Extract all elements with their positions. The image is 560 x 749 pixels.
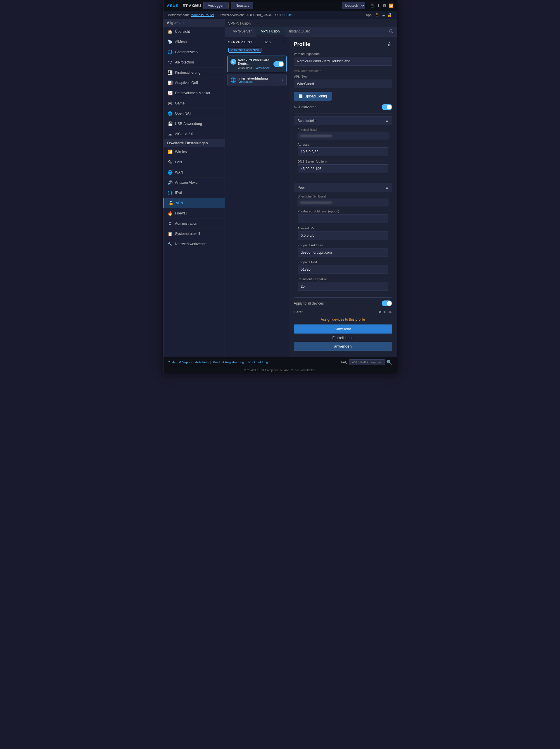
logout-button[interactable]: Ausloggen [203,2,229,9]
alexa-icon: 🔊 [167,180,173,185]
dns-input[interactable] [298,165,388,173]
connection-name-input[interactable] [294,57,392,66]
apply-button[interactable]: anwenden [294,342,392,351]
language-select[interactable]: Deutsch [342,2,365,9]
tab-vpn-fusion[interactable]: VPN Fusion [256,27,285,36]
vpn-type-input[interactable] [294,80,392,88]
profile-delete-button[interactable]: 🗑 [387,42,392,47]
assign-devices-link[interactable]: Assign devices to this profile [294,318,392,322]
public-key-label: Öffentlicher Schlüssel [298,195,388,198]
phone-status-icon: 📱 [375,13,380,17]
private-key-label: Privatschlüssel [298,128,388,131]
sidebar-item-datenvolumen[interactable]: 📈 Datenvolumen Monitor [163,88,225,98]
public-key-value: •••••••••••••••••••••••••••• [298,199,388,206]
all-button[interactable]: Sämtliche [294,324,392,334]
internet-icon: 🌐 [230,77,236,83]
endpoint-address-label: Endpoint Address [298,243,388,247]
sidebar-item-game[interactable]: 🎮 Game [163,98,225,109]
sidebar-item-ubersicht[interactable]: 🏠 Übersicht [163,27,225,37]
game-icon: 🎮 [167,101,173,106]
wifi-icon[interactable]: 📶 [389,3,393,8]
restart-button[interactable]: Neustart [231,2,253,9]
sidebar-item-opennat[interactable]: 🌐 Open NAT [163,109,225,119]
product-registration-link[interactable]: Produkt Registrierung [213,361,244,364]
sidebar-item-qos[interactable]: 📊 Adaptives Qo5 [163,78,225,88]
lan-icon: 🔌 [167,159,173,165]
server-list-panel: SERVER LIST 1/16 + ⊙ Default Connection … [225,37,289,357]
server-connection-status: Verbunden [255,66,269,70]
connection-name-label: Verbindungsname [294,52,392,56]
download-icon[interactable]: ⬇ [377,3,380,8]
internet-name: Internetverbindung [239,77,268,80]
vpn-icon: 🔒 [169,200,174,206]
guest-network-icon: 🌐 [167,49,173,55]
sidebar-item-lan[interactable]: 🔌 LAN [163,157,225,167]
sidebar-item-aicloud[interactable]: ☁ AiCloud 2.0 [163,129,225,139]
persistent-keepalive-input[interactable] [298,282,388,291]
sidebar-item-firewall[interactable]: 🔥 Firewall [163,208,225,218]
allowed-ips-input[interactable] [298,231,388,240]
apply-all-toggle[interactable] [382,300,392,306]
sidebar-advanced-header: Erweiterte Einstellungen [163,139,225,147]
nat-label: NAT aktivieren [294,105,317,109]
data-volume-icon: 📈 [167,90,173,96]
sidebar-item-wan[interactable]: 🌐 WAN [163,167,225,177]
tab-vpn-server[interactable]: VPN-Server [228,27,256,36]
server-count: 1/16 [264,40,270,44]
server-toggle[interactable] [273,61,284,67]
footer-search-icon[interactable]: 🔍 [386,360,392,365]
sidebar-item-netzwerkwerkzeuge[interactable]: 🔧 Netzwerkwerkzeuge [163,239,225,249]
settings-link[interactable]: Einstellungen [294,336,392,340]
server-item-nordvpn[interactable]: N NordVPN WireGuard Deuts... › WireGuard… [227,56,287,72]
device-icon: 🖥 [378,310,382,314]
vpn-fusion-subtitle: VPN-N Fusion [225,19,397,27]
device-edit-button[interactable]: ✏ [389,310,392,315]
address-input[interactable] [298,147,388,156]
app-label: App [366,13,372,17]
aiprotection-icon: 🛡 [167,60,173,65]
wan-icon: 🌐 [167,170,173,175]
upload-config-button[interactable]: 📄 Upload Config [294,92,332,101]
info-icon[interactable]: ⓘ [389,29,393,34]
ipv6-icon: 🌐 [167,190,173,195]
footer-search-input[interactable] [350,359,384,365]
preshared-key-label: Preshared-Schlüssel (opuon) [298,210,388,213]
add-server-button[interactable]: + [283,40,285,45]
sidebar-item-wireless[interactable]: 📶 Wireless [163,147,225,157]
interface-accordion-header[interactable]: Schnittstelle ∧ [294,116,392,125]
private-key-value: •••••••••••••••••••••••••••• [298,132,388,139]
anleitung-link[interactable]: Anleitung [195,361,208,364]
endpoint-address-input[interactable] [298,248,388,257]
sidebar-item-aimesh[interactable]: 📡 AiMesh [163,37,225,47]
wireless-icon: 📶 [167,149,173,154]
tab-instant-guard[interactable]: Instant Guard [285,27,315,36]
sidebar-item-ipv6[interactable]: 🌐 IPv6 [163,188,225,198]
sidebar-item-vpn[interactable]: 🔒 VPN [163,198,225,208]
server-list-title: SERVER LIST [228,40,253,44]
persistent-keepalive-label: Persistent Keepalive [298,277,388,281]
default-connection-badge[interactable]: ⊙ Default Connection [228,48,262,53]
endpoint-port-input[interactable] [298,265,388,274]
feedback-link[interactable]: Rückmeldung [248,361,268,364]
sidebar-item-aiprotection[interactable]: 🛡 AiProtection [163,57,225,68]
sidebar-item-administration[interactable]: ⚙ Administration [163,218,225,229]
sidebar-item-systemprotokoll[interactable]: 📋 Systemprotokoll [163,229,225,239]
sidebar-item-gastenetzwerk[interactable]: 🌐 Gästenetzwerk [163,47,225,57]
opennat-icon: 🌐 [167,111,173,116]
nat-toggle[interactable] [382,104,392,110]
vpn-status-icon: 🔒 [387,13,392,17]
sidebar-item-amazon[interactable]: 🔊 Amazon Alexa [163,177,225,188]
sidebar-item-usb[interactable]: 💾 USB-Anwendung [163,119,225,129]
footer-copyright: 2023 ASUSTeK Computer Inc. Alle Rechte v… [163,367,397,373]
aimesh-icon: 📡 [167,39,173,44]
qos-icon: 📊 [167,80,173,85]
profile-title: Profile [294,41,310,47]
monitor-icon[interactable]: 🖥 [382,3,386,8]
wireless-router-link[interactable]: Wireless Router [191,13,214,17]
preshared-key-input[interactable] [298,214,388,223]
internet-connection-item[interactable]: 🌐 Internetverbindung Verbunden › [227,74,287,86]
app-icon[interactable]: 📱 [370,3,375,8]
administration-icon: ⚙ [167,221,173,226]
sidebar-item-kindersicherung[interactable]: 👨‍👧 Kindersicherung [163,68,225,78]
peer-accordion-header[interactable]: Peer ∧ [294,183,392,192]
